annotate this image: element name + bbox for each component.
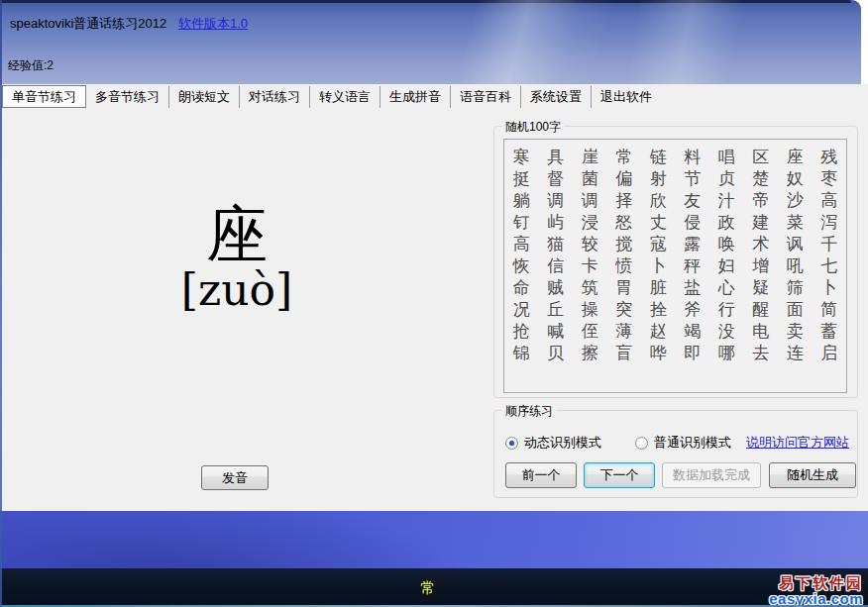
grid-char-cell[interactable]: 贼 [539,276,574,298]
tab-single-syllable[interactable]: 单音节练习 [2,85,86,108]
grid-char-cell[interactable]: 抢 [504,320,539,342]
grid-char-cell[interactable]: 命 [504,276,539,298]
grid-char-cell[interactable]: 奴 [778,167,813,189]
grid-char-cell[interactable]: 枣 [813,167,847,189]
grid-char-cell[interactable]: 七 [813,254,847,276]
tab-translate[interactable]: 转义语言 [309,86,380,108]
grid-char-cell[interactable]: 讽 [778,233,813,254]
previous-button[interactable]: 前一个 [505,462,577,488]
grid-char-cell[interactable]: 操 [573,298,607,320]
grid-char-cell[interactable]: 政 [709,211,744,233]
tab-dialogue[interactable]: 对话练习 [239,86,309,108]
grid-char-cell[interactable]: 沙 [778,189,813,211]
tab-generate-pinyin[interactable]: 生成拼音 [380,86,450,108]
grid-char-cell[interactable]: 屿 [539,211,574,233]
grid-char-cell[interactable]: 简 [813,298,847,320]
grid-char-cell[interactable]: 崖 [573,146,607,167]
grid-char-cell[interactable]: 斧 [676,298,710,320]
official-site-link[interactable]: 说明访问官方网站 [746,434,849,452]
grid-char-cell[interactable]: 寒 [504,146,539,167]
grid-char-cell[interactable]: 料 [676,146,710,167]
grid-char-cell[interactable]: 寇 [641,233,676,254]
grid-char-cell[interactable]: 唤 [709,233,744,254]
grid-char-cell[interactable]: 愤 [607,254,642,276]
grid-char-cell[interactable]: 菌 [573,167,607,189]
grid-char-cell[interactable]: 脏 [641,276,676,298]
grid-char-cell[interactable]: 常 [607,146,642,167]
grid-char-cell[interactable]: 面 [778,298,813,320]
grid-char-cell[interactable]: 高 [813,189,847,211]
grid-char-cell[interactable]: 节 [676,167,710,189]
grid-char-cell[interactable]: 卜 [641,254,676,276]
grid-char-cell[interactable]: 拴 [641,298,676,320]
grid-char-cell[interactable]: 贝 [539,342,574,363]
grid-char-cell[interactable]: 信 [539,254,574,276]
grid-char-cell[interactable]: 竭 [676,320,710,342]
grid-char-cell[interactable]: 胃 [607,276,642,298]
grid-char-cell[interactable]: 帝 [744,189,779,211]
grid-char-cell[interactable]: 恢 [504,254,539,276]
grid-char-cell[interactable]: 汁 [709,189,744,211]
grid-char-cell[interactable]: 座 [778,146,813,167]
grid-char-cell[interactable]: 偏 [607,167,642,189]
grid-char-cell[interactable]: 卡 [573,254,607,276]
grid-char-cell[interactable]: 盲 [607,342,642,363]
grid-char-cell[interactable]: 楚 [744,167,779,189]
grid-char-cell[interactable]: 露 [676,233,710,254]
grid-char-cell[interactable]: 浸 [573,211,607,233]
grid-char-cell[interactable]: 启 [813,342,847,363]
grid-char-cell[interactable]: 残 [813,146,847,167]
grid-char-cell[interactable]: 妇 [709,254,744,276]
grid-char-cell[interactable]: 哪 [709,342,744,363]
grid-char-cell[interactable]: 千 [813,233,847,254]
grid-char-cell[interactable]: 链 [641,146,676,167]
tab-settings[interactable]: 系统设置 [520,86,591,108]
grid-char-cell[interactable]: 疑 [744,276,779,298]
grid-char-cell[interactable]: 具 [539,146,574,167]
grid-char-cell[interactable]: 去 [744,342,779,363]
grid-char-cell[interactable]: 贞 [709,167,744,189]
grid-char-cell[interactable]: 调 [573,189,607,211]
grid-char-cell[interactable]: 醒 [744,298,779,320]
grid-char-cell[interactable]: 搅 [607,233,642,254]
random-generate-button[interactable]: 随机生成 [769,462,856,488]
grid-char-cell[interactable]: 泻 [813,211,847,233]
grid-char-cell[interactable]: 建 [744,211,779,233]
grid-char-cell[interactable]: 猫 [539,233,574,254]
grid-char-cell[interactable]: 区 [744,146,779,167]
normal-mode-label[interactable]: 普通识别模式 [654,434,731,452]
grid-char-cell[interactable]: 卖 [778,320,813,342]
grid-char-cell[interactable]: 卜 [813,276,847,298]
grid-char-cell[interactable]: 吼 [778,254,813,276]
grid-char-cell[interactable]: 盐 [676,276,710,298]
dynamic-mode-label[interactable]: 动态识别模式 [524,434,601,452]
grid-char-cell[interactable]: 电 [744,320,779,342]
pronounce-button[interactable]: 发音 [201,465,269,490]
grid-char-cell[interactable]: 较 [573,233,607,254]
dynamic-mode-radio[interactable] [505,437,518,450]
grid-char-cell[interactable]: 唱 [709,146,744,167]
grid-char-cell[interactable]: 擦 [573,342,607,363]
grid-char-cell[interactable]: 择 [607,189,642,211]
tab-multi-syllable[interactable]: 多音节练习 [86,86,168,108]
grid-char-cell[interactable]: 督 [539,167,574,189]
grid-char-cell[interactable]: 筛 [778,276,813,298]
grid-char-cell[interactable]: 丈 [641,211,676,233]
grid-char-cell[interactable]: 丘 [539,298,574,320]
grid-char-cell[interactable]: 哗 [641,342,676,363]
version-link[interactable]: 软件版本1.0 [178,15,248,33]
grid-char-cell[interactable]: 况 [504,298,539,320]
grid-char-cell[interactable]: 菜 [778,211,813,233]
grid-char-cell[interactable]: 连 [778,342,813,363]
grid-char-cell[interactable]: 怒 [607,211,642,233]
grid-char-cell[interactable]: 高 [504,233,539,254]
tab-voice-wiki[interactable]: 语音百科 [450,86,520,108]
grid-char-cell[interactable]: 术 [744,233,779,254]
grid-char-cell[interactable]: 侄 [573,320,607,342]
tab-exit[interactable]: 退出软件 [591,86,661,108]
grid-char-cell[interactable]: 友 [676,189,710,211]
grid-char-cell[interactable]: 射 [641,167,676,189]
grid-char-cell[interactable]: 突 [607,298,642,320]
grid-char-cell[interactable]: 薄 [607,320,642,342]
grid-char-cell[interactable]: 钉 [504,211,539,233]
